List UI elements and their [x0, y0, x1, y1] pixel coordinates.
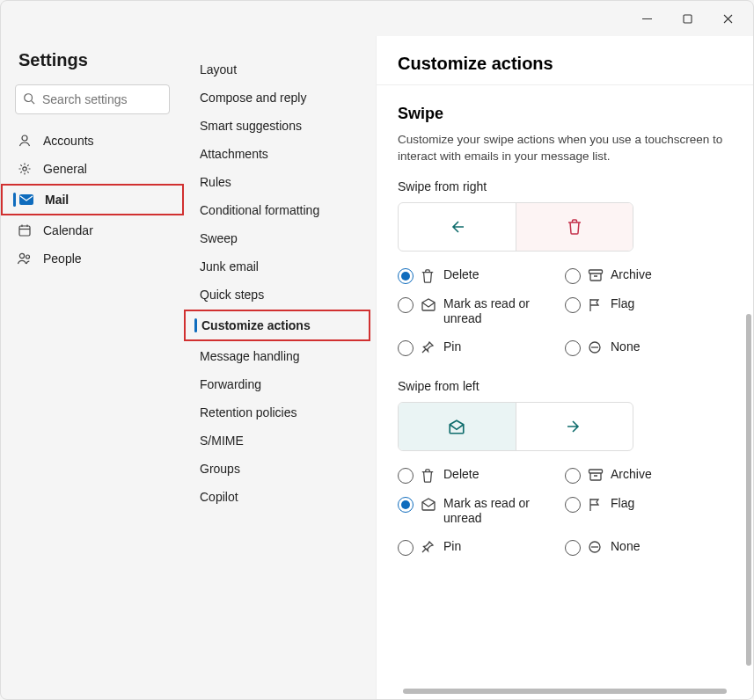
- option-left-delete[interactable]: Delete: [398, 467, 565, 484]
- option-right-archive[interactable]: Archive: [565, 267, 714, 284]
- swipe-right-preview-action: [516, 203, 633, 251]
- trash-icon: [421, 468, 436, 484]
- page-title: Customize actions: [377, 36, 753, 85]
- main-panel: Customize actions Swipe Customize your s…: [376, 36, 753, 699]
- subnav-layout[interactable]: Layout: [184, 55, 376, 84]
- subnav-sweep[interactable]: Sweep: [184, 224, 376, 252]
- sidebar-item-label: Accounts: [43, 134, 94, 148]
- mail-icon: [18, 193, 34, 206]
- svg-point-7: [23, 167, 26, 171]
- trash-icon: [567, 218, 582, 236]
- minimize-button[interactable]: [626, 4, 667, 33]
- arrow-right-icon: [566, 418, 583, 435]
- swipe-right-options: Delete Archive Mark as read or unread Fl…: [398, 267, 732, 356]
- radio-icon: [398, 268, 414, 284]
- swipe-left-preview-action: [399, 403, 516, 450]
- pin-icon: [421, 540, 436, 554]
- sidebar-item-label: Mail: [45, 193, 69, 207]
- flag-icon: [588, 297, 604, 313]
- subnav-forwarding[interactable]: Forwarding: [184, 370, 376, 398]
- swipe-left-preview-forward: [516, 403, 633, 450]
- active-accent: [13, 193, 16, 207]
- option-left-none[interactable]: None: [565, 539, 714, 556]
- archive-icon: [588, 268, 604, 282]
- svg-rect-18: [589, 470, 603, 473]
- primary-sidebar: Settings Accounts General Mail: [1, 36, 184, 699]
- people-icon: [17, 252, 33, 266]
- sidebar-item-accounts[interactable]: Accounts: [1, 127, 184, 155]
- window-titlebar: [1, 1, 753, 36]
- subnav-conditional-formatting[interactable]: Conditional formatting: [184, 196, 376, 224]
- option-left-mark[interactable]: Mark as read or unread: [398, 496, 565, 527]
- svg-point-4: [25, 94, 33, 102]
- subnav-smime[interactable]: S/MIME: [184, 427, 376, 455]
- radio-icon: [398, 497, 414, 513]
- none-icon: [588, 340, 604, 354]
- sidebar-item-mail[interactable]: Mail: [3, 186, 182, 214]
- maximize-button[interactable]: [667, 4, 707, 33]
- pin-icon: [421, 340, 436, 354]
- svg-rect-15: [589, 270, 603, 273]
- sidebar-item-label: Calendar: [43, 223, 93, 237]
- mail-open-icon: [421, 497, 436, 511]
- radio-icon: [398, 297, 414, 313]
- subnav-attachments[interactable]: Attachments: [184, 140, 376, 168]
- option-left-flag[interactable]: Flag: [565, 496, 714, 527]
- option-left-archive[interactable]: Archive: [565, 467, 714, 484]
- radio-icon: [565, 340, 581, 356]
- svg-point-13: [19, 253, 24, 258]
- radio-icon: [565, 497, 581, 513]
- subnav-junk-email[interactable]: Junk email: [184, 252, 376, 281]
- none-icon: [588, 540, 604, 554]
- subnav-compose-reply[interactable]: Compose and reply: [184, 84, 376, 112]
- svg-rect-8: [19, 194, 33, 205]
- radio-icon: [398, 340, 414, 356]
- option-right-pin[interactable]: Pin: [398, 339, 565, 356]
- secondary-sidebar: Layout Compose and reply Smart suggestio…: [184, 36, 376, 699]
- swipe-right-preview: [398, 202, 633, 252]
- vertical-scrollbar[interactable]: [746, 314, 751, 666]
- swipe-left-label: Swipe from left: [398, 379, 732, 393]
- sidebar-item-calendar[interactable]: Calendar: [1, 216, 184, 244]
- calendar-icon: [17, 223, 33, 237]
- subnav-message-handling[interactable]: Message handling: [184, 342, 376, 370]
- option-right-delete[interactable]: Delete: [398, 267, 565, 284]
- option-left-pin[interactable]: Pin: [398, 539, 565, 556]
- svg-point-14: [26, 255, 30, 259]
- subnav-quick-steps[interactable]: Quick steps: [184, 281, 376, 309]
- subnav-customize-actions[interactable]: Customize actions: [186, 311, 369, 339]
- subnav-smart-suggestions[interactable]: Smart suggestions: [184, 112, 376, 140]
- swipe-left-preview: [398, 402, 633, 451]
- horizontal-scrollbar[interactable]: [403, 689, 727, 694]
- swipe-description: Customize your swipe actions when you us…: [398, 132, 732, 165]
- radio-icon: [565, 540, 581, 556]
- close-button[interactable]: [707, 4, 748, 33]
- subnav-groups[interactable]: Groups: [184, 455, 376, 483]
- option-right-flag[interactable]: Flag: [565, 296, 714, 327]
- subnav-rules[interactable]: Rules: [184, 168, 376, 196]
- person-icon: [17, 134, 33, 148]
- search-input[interactable]: [15, 84, 170, 114]
- svg-point-6: [22, 135, 27, 141]
- radio-icon: [398, 540, 414, 556]
- svg-line-5: [32, 101, 35, 105]
- swipe-right-preview-back: [399, 203, 516, 251]
- radio-icon: [398, 468, 414, 484]
- flag-icon: [588, 497, 604, 513]
- mail-open-icon: [421, 297, 436, 311]
- sidebar-item-label: People: [43, 252, 82, 266]
- swipe-section-title: Swipe: [398, 105, 732, 123]
- radio-icon: [565, 468, 581, 484]
- option-right-mark[interactable]: Mark as read or unread: [398, 296, 565, 327]
- sidebar-item-people[interactable]: People: [1, 244, 184, 273]
- option-right-none[interactable]: None: [565, 339, 714, 356]
- swipe-left-options: Delete Archive Mark as read or unread Fl…: [398, 467, 732, 556]
- swipe-right-label: Swipe from right: [398, 179, 732, 193]
- sidebar-item-general[interactable]: General: [1, 155, 184, 183]
- archive-icon: [588, 468, 604, 482]
- search-icon: [23, 92, 35, 105]
- trash-icon: [421, 268, 436, 284]
- sidebar-item-label: General: [43, 162, 87, 176]
- subnav-copilot[interactable]: Copilot: [184, 483, 376, 511]
- subnav-retention-policies[interactable]: Retention policies: [184, 398, 376, 427]
